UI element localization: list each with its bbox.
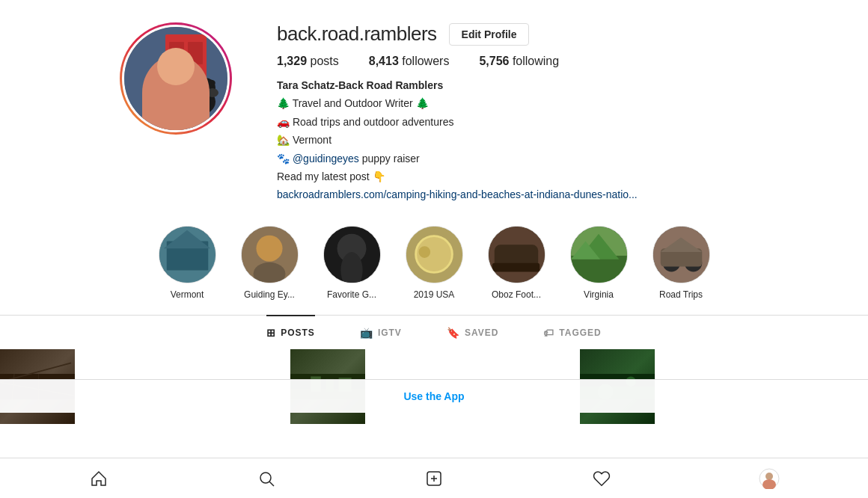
highlight-virginia[interactable]: Virginia <box>565 226 632 300</box>
nav-add-button[interactable] <box>419 464 449 494</box>
tab-igtv[interactable]: 📺 IGTV <box>360 315 402 349</box>
tab-posts[interactable]: ⊞ POSTS <box>266 315 315 349</box>
tab-igtv-label: IGTV <box>378 328 402 338</box>
bookmark-icon: 🔖 <box>447 327 460 339</box>
highlights-section: Vermont Guiding Ey... Favorite G... 2019… <box>0 218 868 315</box>
followers-label: followers <box>402 55 449 67</box>
highlight-circle-vermont <box>159 226 216 283</box>
highlight-favg[interactable]: Favorite G... <box>318 226 385 300</box>
igtv-icon: 📺 <box>360 327 373 339</box>
bio-section: Tara Schatz-Back Road Ramblers 🌲 Travel … <box>277 77 808 203</box>
highlight-label-guiding: Guiding Ey... <box>236 289 303 300</box>
svg-line-51 <box>269 482 274 486</box>
profile-section: back.road.ramblers Edit Profile 1,329 po… <box>0 0 868 218</box>
highlight-circle-2019usa <box>406 226 463 283</box>
bio-line-2: 🚗 Road trips and outdoor adventures <box>277 114 808 130</box>
stats-row: 1,329 posts 8,413 followers 5,756 follow… <box>277 55 808 68</box>
tab-saved[interactable]: 🔖 SAVED <box>447 315 498 349</box>
highlight-circle-favg <box>323 226 381 283</box>
nav-profile-button[interactable] <box>754 464 784 494</box>
use-app-overlay: Use the App <box>0 379 868 413</box>
use-app-button[interactable]: Use the App <box>403 390 464 402</box>
tab-saved-label: SAVED <box>465 328 498 338</box>
tab-tagged-label: TAGGED <box>559 328 601 338</box>
followers-stat[interactable]: 8,413 followers <box>369 55 450 68</box>
bio-name: Tara Schatz-Back Road Ramblers <box>277 77 808 93</box>
highlight-2019usa[interactable]: 2019 USA <box>400 226 468 300</box>
highlight-circle-roadtrips <box>652 226 710 283</box>
bio-line-3: 🏡 Vermont <box>277 132 808 148</box>
posts-label: posts <box>311 55 339 67</box>
svg-rect-28 <box>571 256 627 283</box>
tag-icon: 🏷 <box>543 327 554 339</box>
svg-point-57 <box>762 479 776 489</box>
highlight-guiding[interactable]: Guiding Ey... <box>236 226 303 300</box>
svg-point-56 <box>765 473 773 480</box>
avatar-image <box>124 27 227 130</box>
following-label: following <box>513 55 559 67</box>
grid-icon: ⊞ <box>266 327 276 339</box>
highlight-roadtrips[interactable]: Road Trips <box>647 226 715 300</box>
svg-point-23 <box>418 246 430 258</box>
highlight-vermont[interactable]: Vermont <box>153 226 221 300</box>
nav-activity-button[interactable] <box>587 464 617 494</box>
following-stat[interactable]: 5,756 following <box>479 55 559 68</box>
posts-grid-wrapper: Use the App <box>0 349 868 458</box>
posts-stat: 1,329 posts <box>277 55 339 68</box>
highlight-circle-guiding <box>241 226 299 283</box>
bio-line-5: Read my latest post 👇 <box>277 168 808 185</box>
svg-point-50 <box>260 473 271 483</box>
highlight-circle-oboz <box>488 226 545 283</box>
guiding-eyes-link[interactable]: @guidingeyes <box>293 153 359 165</box>
bio-line-1: 🌲 Travel and Outdoor Writer 🌲 <box>277 95 808 111</box>
tabs-section: ⊞ POSTS 📺 IGTV 🔖 SAVED 🏷 TAGGED <box>0 315 868 349</box>
svg-point-4 <box>152 76 194 130</box>
nav-home-button[interactable] <box>84 464 114 494</box>
tab-posts-label: POSTS <box>281 328 315 338</box>
bottom-nav <box>0 458 868 498</box>
nav-search-button[interactable] <box>251 464 281 494</box>
followers-count: 8,413 <box>369 55 399 67</box>
bio-line-4: 🐾 @guidingeyes puppy raiser <box>277 150 808 167</box>
svg-point-7 <box>152 68 164 98</box>
highlight-label-oboz: Oboz Foot... <box>483 289 550 300</box>
svg-point-16 <box>256 235 282 261</box>
svg-point-6 <box>156 56 189 80</box>
posts-count: 1,329 <box>277 55 307 67</box>
following-count: 5,756 <box>479 55 509 67</box>
highlight-circle-virginia <box>570 226 628 283</box>
highlight-label-virginia: Virginia <box>565 289 632 300</box>
highlight-label-vermont: Vermont <box>153 289 221 300</box>
avatar-ring <box>120 22 232 135</box>
edit-profile-button[interactable]: Edit Profile <box>449 23 530 46</box>
highlight-label-2019usa: 2019 USA <box>400 289 468 300</box>
bio-website-link[interactable]: backroadramblers.com/camping-hiking-and-… <box>277 186 808 203</box>
tab-tagged[interactable]: 🏷 TAGGED <box>543 315 601 349</box>
profile-header-row: back.road.ramblers Edit Profile <box>277 22 808 46</box>
username: back.road.ramblers <box>277 22 437 46</box>
highlight-label-favg: Favorite G... <box>318 289 385 300</box>
svg-rect-26 <box>492 262 539 271</box>
svg-rect-2 <box>169 42 184 64</box>
highlight-oboz[interactable]: Oboz Foot... <box>483 226 550 300</box>
highlight-label-roadtrips: Road Trips <box>647 289 715 300</box>
avatar <box>122 25 230 132</box>
svg-rect-3 <box>188 42 203 64</box>
profile-info: back.road.ramblers Edit Profile 1,329 po… <box>277 22 808 203</box>
svg-point-5 <box>156 59 189 92</box>
svg-point-11 <box>207 88 218 97</box>
